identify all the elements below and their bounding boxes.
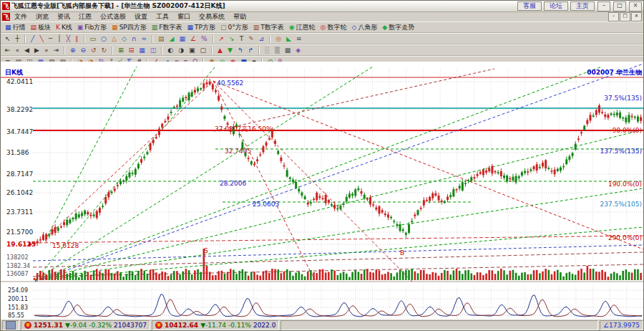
menu-settings[interactable]: 设置 (130, 12, 152, 21)
menu-file[interactable]: 文件 (10, 12, 31, 21)
gann-tool-zero-square[interactable]: ▢0°方形 (218, 22, 250, 32)
angle-tool[interactable]: ∠ (188, 34, 198, 44)
last-bar-button[interactable]: ⇥ (51, 45, 61, 55)
add-window-button[interactable]: ⊞ (116, 45, 126, 55)
trend-up-line-tool[interactable]: ╱ (29, 34, 36, 44)
cascade-windows-button[interactable]: ◫ (148, 45, 159, 55)
menu-browse[interactable]: 浏览 (31, 12, 53, 21)
gann-tool-fib-square[interactable]: ▣Fib方形 (75, 22, 109, 32)
prev-bar-button[interactable]: ◀ (22, 45, 31, 55)
fib-lines-tool[interactable]: ▤ (156, 34, 167, 44)
grid-toggle-button[interactable]: ▩ (283, 45, 293, 55)
zoom-in-button[interactable]: ⊕ (68, 45, 78, 55)
gann-tool-f-number-table[interactable]: ▥F数字表 (150, 22, 185, 32)
mark-down-button[interactable]: ▼ (225, 45, 235, 55)
trend-down-line-tool[interactable]: ╲ (37, 34, 45, 44)
pointer-tool[interactable]: ↖ (3, 34, 13, 44)
menu-tools[interactable]: 工具 (152, 12, 173, 21)
diamond-tool[interactable]: ◇ (119, 34, 129, 44)
gann-tool-kline[interactable]: KK线 (54, 22, 74, 32)
child-restore-button[interactable]: □ (620, 12, 630, 21)
invert-button[interactable]: ▣ (187, 45, 197, 55)
triangle-tool[interactable]: △ (109, 34, 119, 44)
gann-fan-tool[interactable]: ◢ (167, 34, 176, 44)
svg-text:日K线: 日K线 (5, 69, 23, 76)
cross-lines-tool[interactable]: ╳ (64, 34, 72, 44)
pattern-dark-button[interactable]: ▒ (273, 45, 282, 55)
vertical-line-tool-icon: │ (57, 35, 61, 43)
regression-tool[interactable]: ≡ (294, 34, 304, 44)
text-label-tool[interactable]: T (238, 34, 246, 44)
horizontal-line-tool-icon: ─ (49, 35, 52, 43)
horizontal-line-tool[interactable]: ─ (47, 34, 54, 44)
gem-button[interactable]: ◈ (293, 45, 303, 55)
menu-trading-system[interactable]: 交易系统 (195, 12, 229, 21)
index-quote-2[interactable]: ¥ 10412.64 ▼-11.74 -0.11% 2022.0 (152, 320, 280, 330)
flag-right-button[interactable]: ↱ (245, 45, 255, 55)
pencil-tool[interactable]: ✎ (246, 34, 256, 44)
restore-button[interactable]: □ (613, 1, 626, 11)
child-minimize-button[interactable]: – (608, 12, 619, 21)
crosshair-tool[interactable]: ┼ (14, 34, 21, 44)
chart-canvas[interactable]: 日K线002007 华兰生物42.041138.229234.744731.58… (1, 62, 643, 321)
menu-window[interactable]: 窗口 (173, 12, 195, 21)
minimize-button[interactable]: – (597, 1, 610, 11)
undo-button[interactable]: ↺ (89, 45, 99, 55)
half-left-button[interactable]: ◐ (165, 45, 175, 55)
first-bar-button[interactable]: ⇤ (3, 45, 13, 55)
tile-windows-button[interactable]: ▦ (137, 45, 147, 55)
svg-text:21.5700: 21.5700 (6, 229, 33, 236)
chart-area[interactable]: 日K线002007 华兰生物42.041138.229234.744731.58… (1, 62, 643, 321)
percent-lines-tool[interactable]: % (199, 34, 210, 44)
homepage-button[interactable]: 主页 (570, 1, 595, 11)
prev-page-button[interactable]: « (14, 45, 22, 55)
support-button[interactable]: 客服 (517, 1, 542, 11)
menu-formula-stockpick[interactable]: 公式选股 (96, 12, 130, 21)
forum-button[interactable]: 论坛 (544, 1, 568, 11)
flag-left-button[interactable]: ↰ (235, 45, 245, 55)
gann-tool-t-number-table[interactable]: ▥T数字表 (251, 22, 286, 32)
arc-tool[interactable]: ∩ (130, 34, 139, 44)
menu-help[interactable]: 帮助 (229, 12, 250, 21)
index2-change: ▼-11.74 (200, 322, 226, 329)
layout-cell[interactable] (2, 320, 19, 330)
wave-tool[interactable]: ≈ (139, 34, 149, 44)
parallel-channel-tool[interactable]: ∥ (73, 34, 81, 44)
rectangle-tool[interactable]: ▭ (88, 34, 99, 44)
menu-gann[interactable]: 江恩 (74, 12, 96, 21)
index2-volume: 2022.0 (253, 322, 276, 329)
redo-button[interactable]: ↻ (99, 45, 109, 55)
close-window-button[interactable]: ⊟ (127, 45, 137, 55)
vertical-line-tool[interactable]: │ (55, 34, 63, 44)
arrow-up-tool[interactable]: ↗ (217, 34, 227, 44)
gann-tool-quotes[interactable]: ▦行情 (3, 22, 28, 32)
gann-tool-sectors[interactable]: ▤板块 (29, 22, 54, 32)
close-button[interactable]: × (629, 1, 642, 11)
circle-tool[interactable]: ○ (99, 34, 109, 44)
next-page-button[interactable]: » (42, 45, 51, 55)
gann-tool-sp-square[interactable]: ▦SP四方形 (109, 22, 149, 32)
cycle-circle-tool[interactable]: ◎ (273, 34, 283, 44)
mark-up-button[interactable]: ▲ (215, 45, 225, 55)
arrow-down-tool[interactable]: ↘ (227, 34, 237, 44)
speed-line-tool[interactable]: ◣ (284, 34, 293, 44)
percent-lines-tool-icon: % (201, 35, 208, 43)
menu-news[interactable]: 资讯 (53, 12, 74, 21)
half-right-button[interactable]: ◑ (176, 45, 186, 55)
status-message-cell (280, 320, 598, 330)
gann-tool-octagon[interactable]: ◇八角形 (349, 22, 379, 32)
gann-tool-tp-square[interactable]: ▦TP方形 (185, 22, 217, 32)
gann-grid-tool[interactable]: ▦ (177, 34, 187, 44)
blank-button[interactable]: ▢ (198, 45, 209, 55)
child-close-button[interactable]: × (631, 12, 642, 21)
measure-tool[interactable]: ⊿ (257, 34, 267, 44)
gann-tool-gann-wheel[interactable]: ◉江恩轮 (287, 22, 318, 32)
gann-tool-number-wheel[interactable]: ◎数字轮 (318, 22, 349, 32)
gann-tool-number-trend[interactable]: ◆数字走势 (380, 22, 416, 32)
gann-lines-layer (1, 64, 643, 282)
index-quote-1[interactable]: ¥ 1251.31 ▼-9.04 -0.32% 21043707 (21, 320, 150, 330)
pattern-light-button[interactable]: ░ (263, 45, 272, 55)
zoom-out-button[interactable]: ⊖ (79, 45, 89, 55)
next-bar-button[interactable]: ▶ (32, 45, 42, 55)
gann-fan-tool-icon: ◢ (169, 35, 174, 43)
